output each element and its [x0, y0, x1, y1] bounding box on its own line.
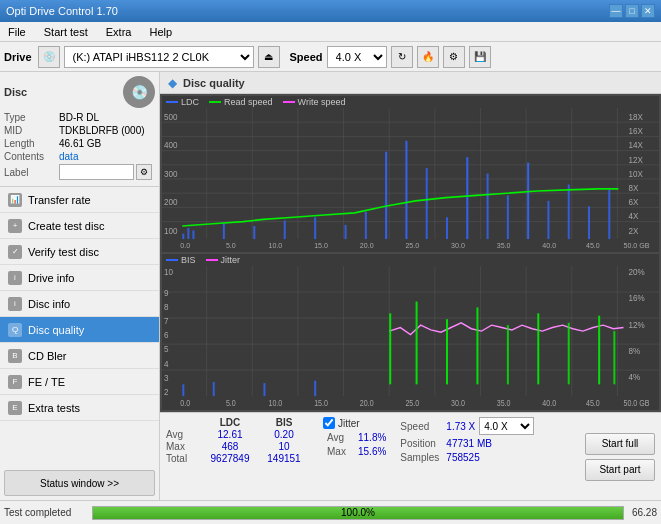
svg-text:3: 3 [164, 372, 169, 383]
max-bis: 10 [259, 441, 309, 452]
label-input[interactable] [59, 164, 134, 180]
sidebar: Disc 💿 Type BD-R DL MID TDKBLDRFB (000) … [0, 72, 160, 500]
jitter-checkbox[interactable] [323, 417, 335, 429]
main-content: Disc 💿 Type BD-R DL MID TDKBLDRFB (000) … [0, 72, 661, 500]
svg-text:10: 10 [164, 267, 173, 278]
avg-bis: 0.20 [259, 429, 309, 440]
svg-text:10.0: 10.0 [269, 241, 283, 250]
nav-label-verify-test-disc: Verify test disc [28, 246, 99, 258]
jitter-legend-label: Jitter [221, 255, 241, 265]
right-content: ◆ Disc quality LDC Read speed Write spee… [160, 72, 661, 500]
burn-button[interactable]: 🔥 [417, 46, 439, 68]
toolbar: Drive 💿 (K:) ATAPI iHBS112 2 CL0K ⏏ Spee… [0, 42, 661, 72]
label-label: Label [4, 167, 59, 178]
svg-text:35.0: 35.0 [497, 241, 511, 250]
nav-item-disc-info[interactable]: i Disc info [0, 291, 159, 317]
status-window-button[interactable]: Status window >> [4, 470, 155, 496]
svg-text:4: 4 [164, 358, 169, 369]
svg-text:40.0: 40.0 [542, 241, 556, 250]
svg-text:0.0: 0.0 [180, 241, 190, 250]
svg-text:12%: 12% [629, 319, 645, 330]
menu-file[interactable]: File [4, 24, 30, 40]
readspeed-legend-label: Read speed [224, 97, 273, 107]
svg-text:30.0: 30.0 [451, 398, 465, 408]
svg-rect-43 [405, 141, 407, 239]
svg-rect-98 [389, 313, 391, 384]
save-button[interactable]: 💾 [469, 46, 491, 68]
jitter-avg-label: Avg [327, 432, 355, 443]
jitter-label: Jitter [338, 418, 360, 429]
quality-header: ◆ Disc quality [160, 72, 661, 94]
quality-header-icon: ◆ [168, 76, 177, 90]
speed-position-stats: Speed 1.73 X 4.0 X Position 47731 MB Sam… [400, 417, 534, 496]
verify-test-disc-icon: ✓ [8, 245, 22, 259]
progress-text: 100.0% [93, 507, 623, 519]
svg-rect-94 [182, 384, 184, 396]
svg-text:9: 9 [164, 287, 169, 298]
svg-rect-40 [345, 225, 347, 239]
svg-rect-34 [187, 228, 189, 239]
speed-select-stats[interactable]: 4.0 X [479, 417, 534, 435]
svg-text:15.0: 15.0 [314, 241, 328, 250]
svg-rect-96 [263, 383, 265, 396]
bis-legend-label: BIS [181, 255, 196, 265]
nav-item-cd-bler[interactable]: B CD Bler [0, 343, 159, 369]
svg-text:10X: 10X [629, 169, 644, 179]
samples-value: 758525 [446, 452, 479, 463]
svg-text:4%: 4% [629, 371, 641, 382]
nav-item-fe-te[interactable]: F FE / TE [0, 369, 159, 395]
start-part-button[interactable]: Start part [585, 459, 655, 481]
menu-start-test[interactable]: Start test [40, 24, 92, 40]
mid-value: TDKBLDRFB (000) [59, 125, 145, 136]
quality-title: Disc quality [183, 77, 245, 89]
jitter-max-val: 15.6% [358, 446, 386, 457]
svg-text:45.0: 45.0 [586, 398, 600, 408]
eject-button[interactable]: ⏏ [258, 46, 280, 68]
menu-bar: File Start test Extra Help [0, 22, 661, 42]
nav-item-disc-quality[interactable]: Q Disc quality [0, 317, 159, 343]
disc-panel: Disc 💿 Type BD-R DL MID TDKBLDRFB (000) … [0, 72, 159, 187]
nav-item-drive-info[interactable]: i Drive info [0, 265, 159, 291]
svg-text:16%: 16% [629, 293, 645, 304]
svg-text:20%: 20% [629, 267, 645, 278]
total-label: Total [166, 453, 201, 464]
nav-label-disc-info: Disc info [28, 298, 70, 310]
settings-button[interactable]: ⚙ [443, 46, 465, 68]
svg-text:12X: 12X [629, 154, 644, 164]
refresh-button[interactable]: ↻ [391, 46, 413, 68]
menu-help[interactable]: Help [145, 24, 176, 40]
stat-blank [166, 417, 201, 428]
svg-text:6: 6 [164, 330, 169, 341]
svg-rect-35 [192, 230, 194, 239]
maximize-button[interactable]: □ [625, 4, 639, 18]
nav-item-extra-tests[interactable]: E Extra tests [0, 395, 159, 421]
svg-text:2X: 2X [629, 225, 639, 235]
avg-ldc: 12.61 [205, 429, 255, 440]
svg-text:0.0: 0.0 [180, 398, 190, 408]
readspeed-legend-color [209, 101, 221, 103]
svg-rect-51 [568, 184, 570, 239]
speed-select[interactable]: 4.0 X [327, 46, 387, 68]
total-bis: 149151 [259, 453, 309, 464]
svg-rect-102 [507, 325, 509, 384]
svg-text:4X: 4X [629, 211, 639, 221]
svg-rect-47 [487, 174, 489, 240]
minimize-button[interactable]: — [609, 4, 623, 18]
extra-tests-icon: E [8, 401, 22, 415]
jitter-legend-color [206, 259, 218, 261]
close-button[interactable]: ✕ [641, 4, 655, 18]
bis-header: BIS [259, 417, 309, 428]
label-button[interactable]: ⚙ [136, 164, 152, 180]
svg-text:30.0: 30.0 [451, 241, 465, 250]
drive-icon-btn[interactable]: 💿 [38, 46, 60, 68]
drive-select[interactable]: (K:) ATAPI iHBS112 2 CL0K [64, 46, 254, 68]
menu-extra[interactable]: Extra [102, 24, 136, 40]
svg-text:25.0: 25.0 [405, 398, 419, 408]
start-full-button[interactable]: Start full [585, 433, 655, 455]
svg-rect-53 [608, 190, 610, 239]
nav-item-create-test-disc[interactable]: + Create test disc [0, 213, 159, 239]
total-ldc: 9627849 [205, 453, 255, 464]
nav-item-transfer-rate[interactable]: 📊 Transfer rate [0, 187, 159, 213]
nav-item-verify-test-disc[interactable]: ✓ Verify test disc [0, 239, 159, 265]
svg-text:400: 400 [164, 140, 178, 150]
